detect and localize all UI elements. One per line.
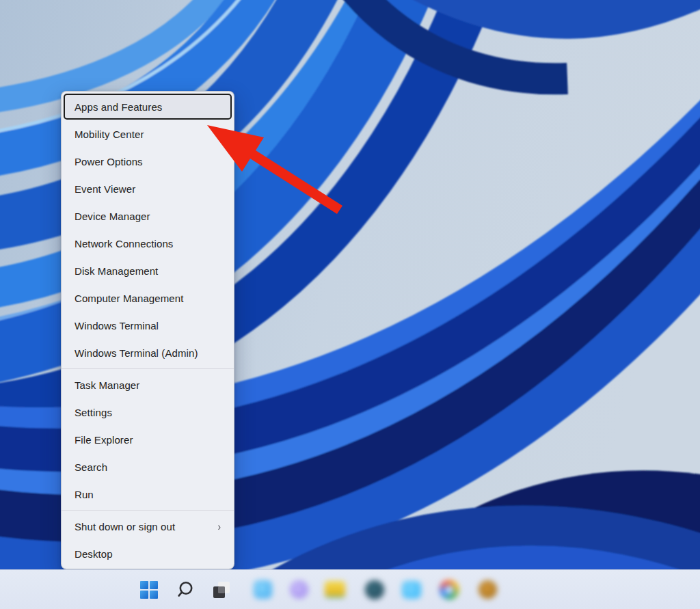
- menu-item-label: Power Options: [75, 156, 143, 167]
- blurred-app-glyph: [290, 580, 308, 599]
- app-purple-icon[interactable]: [285, 576, 312, 604]
- menu-item-task-manager[interactable]: Task Manager: [62, 371, 234, 398]
- menu-item-run[interactable]: Run: [62, 481, 234, 508]
- browser-multicolor-icon[interactable]: [435, 576, 463, 604]
- menu-item-label: Disk Management: [75, 265, 158, 277]
- menu-item-event-viewer[interactable]: Event Viewer: [62, 175, 234, 202]
- menu-item-device-manager[interactable]: Device Manager: [62, 202, 234, 230]
- menu-item-label: Run: [75, 489, 94, 500]
- menu-item-label: Mobility Center: [75, 128, 144, 140]
- menu-item-windows-terminal[interactable]: Windows Terminal: [62, 312, 234, 339]
- windows-logo-icon: [139, 580, 159, 599]
- menu-item-label: Windows Terminal: [75, 320, 159, 331]
- blurred-browser-glyph: [440, 580, 459, 599]
- menu-item-apps-and-features[interactable]: Apps and Features: [64, 94, 232, 120]
- search-icon: [176, 580, 195, 599]
- app-teal-icon[interactable]: [361, 576, 388, 604]
- folder-yellow-icon[interactable]: [321, 576, 349, 604]
- menu-item-label: Search: [75, 461, 107, 473]
- desktop-screen: Apps and Features Mobility Center Power …: [0, 0, 700, 609]
- blurred-app-glyph: [365, 580, 384, 599]
- menu-item-label: File Explorer: [75, 434, 133, 446]
- blurred-app-glyph: [402, 581, 421, 599]
- menu-item-desktop[interactable]: Desktop: [62, 540, 234, 567]
- menu-item-computer-management[interactable]: Computer Management: [62, 284, 234, 312]
- menu-item-label: Device Manager: [75, 211, 150, 222]
- app-brown-icon[interactable]: [474, 576, 501, 604]
- menu-separator: [62, 368, 234, 369]
- blurred-app-glyph: [254, 580, 272, 599]
- menu-item-label: Shut down or sign out: [75, 521, 175, 532]
- menu-item-label: Task Manager: [75, 379, 139, 391]
- menu-item-label: Computer Management: [75, 293, 183, 304]
- task-view-icon: [212, 580, 231, 599]
- menu-item-label: Windows Terminal (Admin): [75, 347, 198, 359]
- menu-item-disk-management[interactable]: Disk Management: [62, 257, 234, 284]
- menu-item-settings[interactable]: Settings: [62, 398, 234, 426]
- app-skyblue-icon[interactable]: [398, 576, 425, 604]
- menu-item-power-options[interactable]: Power Options: [62, 148, 234, 175]
- win-x-menu: Apps and Features Mobility Center Power …: [61, 91, 234, 569]
- menu-item-label: Apps and Features: [75, 101, 162, 113]
- blurred-folder-glyph: [325, 581, 345, 598]
- menu-item-label: Settings: [75, 407, 112, 418]
- menu-separator: [62, 510, 234, 511]
- menu-item-search[interactable]: Search: [62, 453, 234, 481]
- menu-item-mobility-center[interactable]: Mobility Center: [62, 120, 234, 148]
- menu-item-label: Network Connections: [75, 238, 173, 249]
- taskbar: [0, 569, 700, 609]
- start-button[interactable]: [135, 576, 163, 604]
- menu-item-shut-down-or-sign-out[interactable]: Shut down or sign out ›: [62, 513, 234, 540]
- menu-item-network-connections[interactable]: Network Connections: [62, 230, 234, 257]
- menu-item-label: Desktop: [75, 548, 113, 560]
- menu-item-label: Event Viewer: [75, 183, 135, 195]
- search-button[interactable]: [172, 576, 199, 604]
- menu-item-file-explorer[interactable]: File Explorer: [62, 426, 234, 453]
- blurred-app-glyph: [479, 580, 497, 599]
- menu-item-windows-terminal-admin[interactable]: Windows Terminal (Admin): [62, 339, 234, 366]
- chevron-right-icon: ›: [218, 521, 221, 532]
- task-view-button[interactable]: [208, 576, 235, 604]
- browser-hub: [444, 584, 455, 595]
- app-blue-icon[interactable]: [249, 576, 276, 604]
